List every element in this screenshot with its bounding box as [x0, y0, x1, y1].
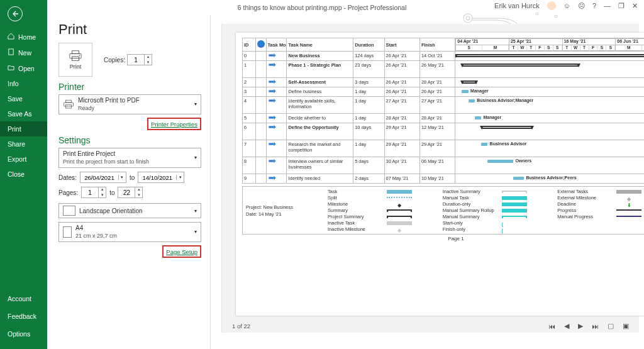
page-to-input[interactable]: ▲▼ [118, 187, 143, 198]
paper-icon [63, 226, 72, 238]
assignment-label: Owners [515, 158, 531, 163]
table-row: 0New Business124 days26 Apr '2114 Oct '2… [243, 52, 645, 61]
manual-schedule-icon [268, 142, 277, 148]
svg-rect-20 [269, 160, 274, 162]
title-bar: 6 things to know about printing.mpp - Pr… [0, 0, 644, 15]
task-bar [469, 99, 475, 102]
landscape-icon [63, 206, 75, 216]
table-row: 4Identify available skills, information1… [243, 97, 645, 114]
copies-input[interactable] [128, 57, 144, 64]
nav-item-options[interactable]: Options [0, 325, 47, 343]
chevron-down-icon: ▾ [194, 208, 197, 214]
zoom-multi-button[interactable]: ▣ [623, 322, 629, 330]
avatar[interactable] [547, 1, 556, 10]
manual-schedule-icon [268, 125, 277, 131]
home-icon [8, 33, 14, 41]
legend-swatch: ◆ [387, 228, 412, 231]
legend-swatch [387, 216, 412, 218]
timeline-header: 04 Apr '21SM25 Apr '21TWTFSS16 May '21TW… [455, 38, 644, 51]
svg-rect-15 [269, 90, 274, 92]
svg-point-2 [536, 13, 538, 15]
next-page-button[interactable]: ▶ [578, 322, 583, 330]
dates-label: Dates: [58, 174, 77, 181]
nav-item-save-as[interactable]: Save As [0, 106, 47, 121]
date-from-input[interactable]: ▾ [80, 172, 126, 183]
zoom-page-button[interactable]: ▢ [608, 322, 614, 330]
svg-rect-9 [66, 100, 72, 102]
print-settings-panel: Print Print Copies: ▲▼ Printer Microsoft… [47, 15, 211, 349]
chevron-down-icon: ▾ [194, 154, 197, 162]
nav-item-export[interactable]: Export [0, 152, 47, 167]
feedback-smile-icon[interactable]: ☺ [564, 2, 570, 9]
summary-bar [481, 126, 533, 129]
nav-item-info[interactable]: Info [0, 76, 47, 91]
table-row: 1Phase 1 - Strategic Plan23 days26 Apr '… [243, 61, 645, 78]
restore-button[interactable]: ❐ [618, 2, 625, 10]
nav-item-new[interactable]: New [0, 45, 47, 60]
assignment-label: Business Advisor;Manager [477, 98, 533, 102]
assignment-label: Business Advisor;Peers [526, 175, 576, 180]
legend-swatch [502, 202, 527, 206]
nav-item-save[interactable]: Save [0, 91, 47, 106]
task-bar [481, 143, 487, 146]
table-row: 2Self-Assessment3 days26 Apr '2128 Apr '… [243, 78, 645, 87]
svg-point-8 [79, 55, 80, 56]
legend-swatch: ⬇ [616, 202, 641, 206]
legend-swatch [502, 209, 527, 213]
help-button[interactable]: ? [592, 2, 596, 9]
prev-page-button[interactable]: ◀ [564, 322, 569, 330]
legend-swatch: ◆ [387, 202, 412, 206]
page-setup-link[interactable]: Page Setup [166, 248, 197, 255]
manual-schedule-icon [268, 176, 277, 182]
user-name[interactable]: Erik van Hurck [494, 2, 540, 9]
date-to-input[interactable]: ▾ [138, 172, 184, 183]
svg-rect-21 [269, 177, 274, 179]
close-button[interactable]: ✕ [632, 2, 638, 10]
info-icon [257, 40, 265, 48]
nav-item-account[interactable]: Account [0, 290, 47, 307]
new-icon [8, 48, 14, 57]
nav-item-print[interactable]: Print [0, 121, 47, 136]
legend-swatch [502, 216, 527, 218]
print-scope-dropdown[interactable]: Print Entire Project Print the project f… [58, 148, 201, 168]
document-title: 6 things to know about printing.mpp - Pr… [238, 4, 406, 11]
feedback-frown-icon[interactable]: ☹ [578, 2, 585, 10]
assignment-label: Manager [483, 115, 501, 119]
first-page-button[interactable]: ⏮ [548, 323, 555, 330]
task-bar [462, 90, 468, 93]
manual-schedule-icon [268, 63, 277, 69]
nav-item-feedback[interactable]: Feedback [0, 307, 47, 325]
minimize-button[interactable]: — [604, 2, 611, 9]
manual-schedule-icon [268, 99, 277, 104]
printer-icon [63, 99, 74, 110]
legend-swatch: [ [502, 221, 527, 225]
legend-swatch [502, 196, 527, 200]
printer-properties-link[interactable]: Printer Properties [151, 121, 197, 128]
nav-item-close[interactable]: Close [0, 167, 47, 182]
back-button[interactable] [8, 6, 23, 21]
nav-item-home[interactable]: Home [0, 29, 47, 45]
manual-schedule-icon [268, 80, 277, 86]
summary-bar [455, 54, 644, 57]
legend-swatch: [ [502, 228, 527, 231]
last-page-button[interactable]: ⏭ [592, 323, 599, 330]
print-button[interactable]: Print [58, 43, 92, 77]
nav-item-share[interactable]: Share [0, 136, 47, 152]
table-row: 8Interview owners of similar businesses5… [243, 157, 645, 174]
orientation-dropdown[interactable]: Landscape Orientation ▾ [58, 203, 201, 218]
summary-bar [462, 64, 579, 67]
printer-dropdown[interactable]: Microsoft Print to PDF Ready ▾ [58, 94, 201, 114]
table-row: 9Identify needed2 days07 May '2110 May '… [243, 174, 645, 184]
paper-size-dropdown[interactable]: A4 21 cm x 29,7 cm ▾ [58, 222, 201, 242]
legend-swatch [616, 190, 641, 194]
task-bar [475, 116, 481, 119]
copies-spinner[interactable]: ▲▼ [127, 54, 152, 65]
svg-rect-4 [9, 49, 13, 55]
assignment-label: Business Advisor [490, 141, 527, 146]
page-from-input[interactable]: ▲▼ [81, 187, 106, 198]
manual-schedule-icon [268, 89, 277, 95]
nav-item-open[interactable]: Open [0, 60, 47, 76]
page-number: Page 1 [242, 236, 644, 241]
svg-point-3 [555, 15, 557, 18]
legend-swatch [387, 190, 412, 194]
